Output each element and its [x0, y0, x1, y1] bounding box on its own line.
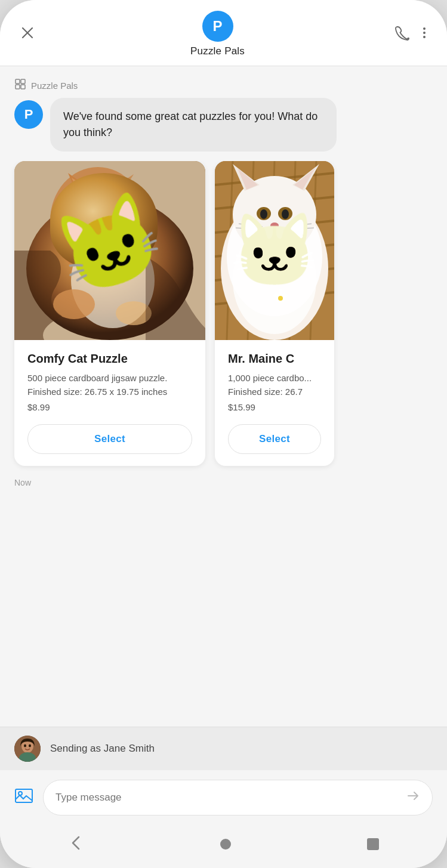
- svg-point-17: [97, 218, 104, 223]
- svg-point-2: [423, 27, 426, 30]
- svg-marker-19: [72, 178, 87, 193]
- header-center: P Puzzle Pals: [190, 11, 245, 57]
- nav-bar: [0, 825, 447, 868]
- phone-frame: P Puzzle Pals: [0, 0, 447, 868]
- product-card-mr-maine: Mr. Maine C 1,000 piece cardbo... Finish…: [215, 161, 334, 466]
- chat-header: P Puzzle Pals: [0, 0, 447, 66]
- more-button[interactable]: [416, 24, 433, 44]
- svg-line-26: [215, 221, 334, 233]
- svg-point-43: [260, 209, 267, 219]
- card-1-title: Comfy Cat Puzzle: [27, 352, 192, 366]
- svg-line-47: [239, 224, 263, 227]
- product-card-comfy-cat: Comfy Cat Puzzle 500 piece cardboard jig…: [14, 161, 205, 466]
- svg-point-44: [278, 207, 292, 220]
- svg-point-51: [233, 227, 316, 334]
- message-timestamp: Now: [0, 475, 447, 499]
- svg-point-13: [62, 182, 140, 248]
- close-button[interactable]: [14, 20, 41, 48]
- message-input-wrapper[interactable]: [43, 780, 433, 816]
- svg-point-3: [423, 32, 426, 34]
- card-1-body: Comfy Cat Puzzle 500 piece cardboard jig…: [14, 340, 205, 466]
- header-actions: [394, 24, 433, 44]
- svg-line-49: [286, 224, 312, 227]
- sending-as-label: Sending as Jane Smith: [50, 743, 155, 755]
- card-1-price: $8.99: [27, 402, 192, 412]
- svg-line-28: [215, 268, 334, 280]
- svg-point-60: [24, 745, 26, 747]
- svg-line-27: [215, 245, 334, 257]
- bot-sender-label: Puzzle Pals: [0, 78, 447, 93]
- svg-point-56: [279, 289, 282, 295]
- input-area: [0, 770, 447, 825]
- svg-point-45: [282, 209, 289, 219]
- chat-area: Puzzle Pals P We've found some great cat…: [0, 66, 447, 727]
- svg-point-61: [29, 745, 31, 747]
- svg-rect-62: [16, 789, 32, 802]
- bot-avatar: P: [14, 100, 43, 129]
- select-button-2[interactable]: Select: [228, 424, 321, 454]
- message-input[interactable]: [56, 792, 406, 804]
- svg-point-14: [84, 202, 98, 218]
- phone-button[interactable]: [394, 24, 411, 44]
- user-avatar-image: [14, 736, 41, 762]
- svg-point-53: [278, 296, 283, 301]
- svg-point-46: [270, 223, 279, 228]
- svg-line-48: [236, 228, 261, 229]
- select-button-1[interactable]: Select: [27, 424, 192, 454]
- card-2-price: $15.99: [228, 402, 321, 412]
- cat-image-1: [14, 161, 205, 340]
- header-title: Puzzle Pals: [190, 45, 245, 57]
- product-cards-carousel[interactable]: Comfy Cat Puzzle 500 piece cardboard jig…: [0, 161, 447, 475]
- recent-apps-button[interactable]: [367, 838, 379, 850]
- home-button[interactable]: [220, 839, 231, 850]
- back-button[interactable]: [68, 835, 85, 854]
- svg-point-11: [50, 167, 146, 274]
- card-1-description: 500 piece cardboard jigsaw puzzle. Finis…: [27, 372, 192, 399]
- svg-rect-7: [16, 85, 20, 89]
- card-2-body: Mr. Maine C 1,000 piece cardbo... Finish…: [215, 340, 334, 466]
- message-row: P We've found some great cat puzzles for…: [0, 98, 447, 152]
- svg-point-4: [423, 36, 426, 38]
- svg-marker-20: [113, 174, 134, 194]
- card-2-title: Mr. Maine C: [228, 352, 321, 366]
- header-avatar: P: [202, 11, 233, 42]
- svg-line-50: [288, 228, 314, 229]
- image-attach-button[interactable]: [14, 786, 33, 810]
- sender-avatar: [14, 736, 41, 762]
- svg-rect-5: [16, 79, 20, 84]
- message-bubble: We've found some great cat puzzles for y…: [50, 98, 337, 152]
- svg-point-15: [87, 205, 94, 217]
- send-button[interactable]: [406, 789, 420, 807]
- sender-bar: Sending as Jane Smith: [0, 727, 447, 770]
- card-2-description: 1,000 piece cardbo... Finished size: 26.…: [228, 372, 321, 399]
- svg-point-63: [19, 792, 22, 795]
- sender-name-label: Puzzle Pals: [31, 81, 78, 91]
- svg-rect-6: [21, 79, 25, 84]
- svg-rect-8: [21, 85, 25, 89]
- svg-point-16: [104, 202, 118, 218]
- puzzle-icon: [14, 78, 26, 93]
- cat-image-2: [215, 161, 334, 340]
- svg-point-42: [257, 207, 271, 220]
